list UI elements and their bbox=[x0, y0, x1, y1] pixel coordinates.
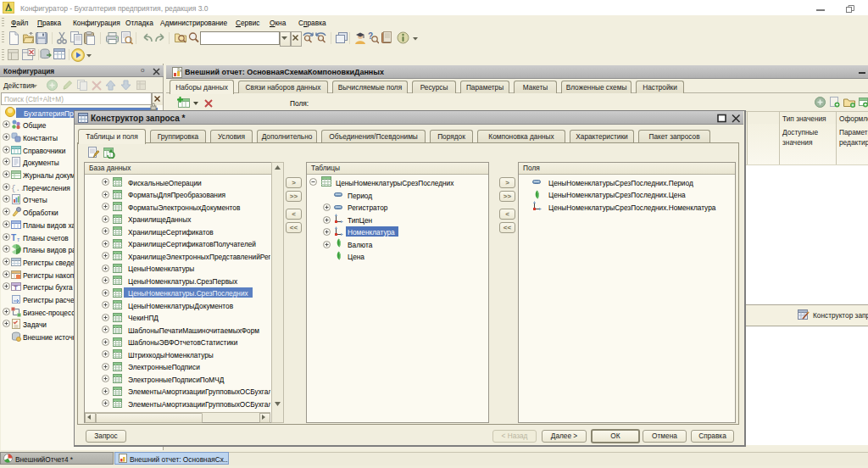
svg-text:Т: Т bbox=[14, 284, 18, 292]
svg-text:Т: Т bbox=[11, 233, 16, 242]
svg-text:т: т bbox=[17, 237, 20, 242]
svg-text:{..}: {..} bbox=[11, 184, 23, 192]
